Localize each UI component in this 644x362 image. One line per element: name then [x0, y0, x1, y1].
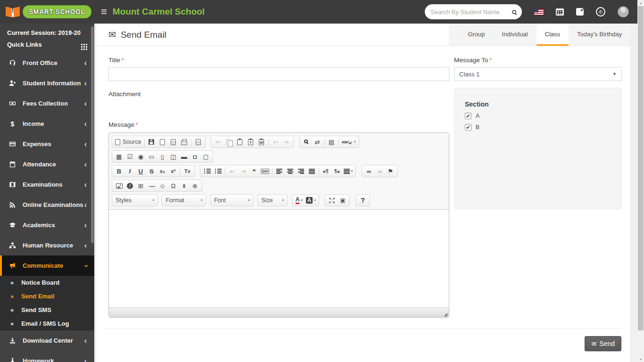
sidebar-item-download-center[interactable]: Download Center ‹ [0, 330, 94, 351]
indent-button[interactable]: ⇥ [238, 166, 248, 176]
button-field-button[interactable]: ▬ [179, 152, 190, 162]
message-editing-area[interactable] [109, 210, 449, 307]
cut-button[interactable]: ✂ [213, 137, 223, 147]
section-b-checkbox[interactable]: ✔ [465, 124, 471, 131]
paste-text-button[interactable]: T [245, 137, 256, 147]
search-icon[interactable] [512, 10, 516, 14]
page-scrollbar-thumb[interactable] [638, 6, 644, 330]
strikethrough-button[interactable]: S [146, 166, 157, 176]
styles-dropdown[interactable]: Styles▾ [112, 194, 158, 206]
send-button[interactable]: ✉ Send [585, 336, 621, 351]
hamburger-menu-icon[interactable]: ≡ [101, 7, 107, 17]
page-break-button[interactable]: ⇟ [179, 181, 190, 191]
italic-button[interactable]: I [124, 166, 135, 176]
outdent-button[interactable]: ⇤ [227, 166, 238, 176]
smiley-button[interactable]: ☺ [157, 181, 168, 191]
section-a-checkbox[interactable]: ✔ [465, 113, 471, 119]
scroll-down-arrow[interactable]: ▼ [637, 356, 644, 362]
insert-image-button[interactable] [114, 181, 124, 191]
sidebar-item-homework[interactable]: Homework ‹ [0, 351, 94, 362]
underline-button[interactable]: U [135, 166, 146, 176]
preview-button[interactable] [168, 137, 179, 147]
blockquote-button[interactable]: ❝ [248, 166, 259, 176]
sidebar-item-front-office[interactable]: Front Office ‹ [0, 53, 94, 73]
sidebar-item-expenses[interactable]: Expenses ‹ [0, 134, 94, 154]
paste-button[interactable] [234, 137, 245, 147]
form-button[interactable]: ▦ [114, 152, 124, 162]
sidebar-item-human-resource[interactable]: Human Resource ‹ [0, 235, 94, 255]
print-button[interactable] [179, 137, 190, 147]
text-field-button[interactable]: ▭ [146, 152, 157, 162]
insert-flash-button[interactable]: ƒ [124, 181, 135, 191]
sidebar-subitem-send-email[interactable]: » Send Email [0, 289, 94, 303]
link-button[interactable]: ∞ [363, 166, 374, 176]
image-button-button[interactable]: ◘ [190, 152, 200, 162]
checkbox-button[interactable]: ☑ [124, 152, 135, 162]
sidebar-item-attendance[interactable]: Attendance ‹ [0, 154, 94, 174]
redo-button[interactable]: ↪ [281, 137, 292, 147]
whatsapp-button[interactable]: ✆ [596, 7, 605, 16]
sidebar-item-fees-collection[interactable]: Fees Collection ‹ [0, 93, 94, 114]
sidebar-item-online-examinations[interactable]: Online Examinations ‹ [0, 195, 94, 215]
anchor-button[interactable]: ⚑ [385, 166, 396, 176]
sidebar-item-examinations[interactable]: Examinations ‹ [0, 174, 94, 195]
iframe-button[interactable]: ⊕ [190, 181, 200, 191]
sidebar-item-academics[interactable]: Academics ‹ [0, 215, 94, 235]
hidden-field-button[interactable]: ▢ [200, 152, 211, 162]
superscript-button[interactable]: x² [168, 166, 179, 176]
replace-button[interactable]: ⇄ [312, 137, 323, 147]
bidi-rtl-button[interactable]: ¶◂ [331, 166, 342, 176]
tab-todays-birthday[interactable]: Today's Birthday [569, 24, 630, 46]
radio-button[interactable]: ◉ [135, 152, 146, 162]
subscript-button[interactable]: x₂ [157, 166, 168, 176]
message-to-select[interactable]: Class 1 ▼ [454, 67, 622, 81]
undo-button[interactable]: ↩ [270, 137, 281, 147]
save-button[interactable] [146, 137, 157, 147]
bidi-ltr-button[interactable]: ▸¶ [321, 166, 331, 176]
templates-button[interactable] [193, 137, 204, 147]
maximize-button[interactable]: ↖↗↙↘ [326, 196, 337, 206]
app-logo[interactable]: SMART SCHOOL [0, 5, 94, 19]
size-dropdown[interactable]: Size▾ [257, 194, 288, 206]
text-color-button[interactable]: A▾ [294, 196, 305, 206]
align-right-button[interactable] [296, 166, 306, 176]
sidebar-item-communicate[interactable]: Communicate ‹ [0, 255, 94, 276]
tasks-button[interactable] [576, 8, 584, 16]
div-container-button[interactable]: DIV [259, 166, 270, 176]
align-center-button[interactable] [285, 166, 296, 176]
bold-button[interactable]: B [114, 166, 124, 176]
scroll-up-arrow[interactable]: ▲ [637, 0, 644, 6]
show-blocks-button[interactable]: ▣ [337, 196, 348, 206]
new-page-button[interactable] [157, 137, 168, 147]
copy-button[interactable] [223, 137, 234, 147]
select-field-button[interactable]: ◫ [168, 152, 179, 162]
bg-color-button[interactable]: A▾ [305, 196, 317, 206]
sidebar-item-income[interactable]: $ Income ‹ [0, 114, 94, 134]
source-button[interactable]: Source [114, 137, 143, 147]
spellcheck-button[interactable]: ABC✔▾ [340, 137, 357, 147]
title-input[interactable] [108, 67, 449, 81]
quick-links[interactable]: Quick Links [7, 41, 87, 48]
language-button[interactable]: ▾ [342, 166, 355, 176]
special-char-button[interactable]: Ω [168, 181, 179, 191]
sidebar-subitem-notice-board[interactable]: » Notice Board [0, 276, 94, 289]
bulleted-list-button[interactable] [213, 166, 223, 176]
about-button[interactable]: ? [357, 196, 368, 206]
resize-handle-icon[interactable]: ◢ [444, 312, 447, 317]
numbered-list-button[interactable] [202, 166, 213, 176]
calendar-button[interactable] [556, 8, 564, 16]
sidebar-subitem-send-sms[interactable]: » Send SMS [0, 303, 94, 317]
align-left-button[interactable] [274, 166, 285, 176]
unlink-button[interactable]: ∞ [374, 166, 385, 176]
select-all-button[interactable]: ▤ [326, 137, 337, 147]
horizontal-rule-button[interactable]: ― [146, 181, 157, 191]
language-flag-button[interactable] [534, 9, 544, 15]
format-dropdown[interactable]: Format▾ [162, 194, 206, 206]
font-dropdown[interactable]: Font▾ [210, 194, 254, 206]
textarea-button[interactable]: ▯ [157, 152, 168, 162]
sidebar-item-student-information[interactable]: Student Information ‹ [0, 73, 94, 93]
remove-format-button[interactable]: Tx [182, 166, 193, 176]
find-button[interactable] [301, 137, 312, 147]
user-menu-button[interactable] [618, 6, 629, 17]
insert-table-button[interactable]: ⊞ [135, 181, 146, 191]
